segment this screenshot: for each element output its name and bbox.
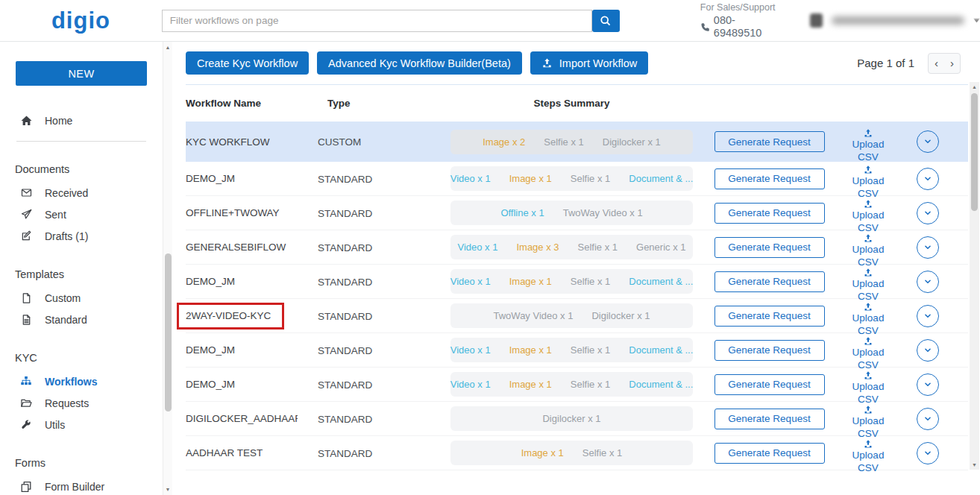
sidebar-section-forms: Forms — [15, 457, 163, 469]
main-scrollbar[interactable]: ▲ ▼ — [970, 82, 979, 470]
sidebar-item-label: Custom — [45, 292, 81, 304]
table-row[interactable]: 2WAY-VIDEO-KYC STANDARD TwoWay Video x 1… — [186, 299, 968, 333]
row-expand-button[interactable] — [917, 408, 939, 430]
table-row[interactable]: KYC WORKFLOW CUSTOM Image x 2Selfie x 1D… — [186, 122, 968, 162]
prev-page-button[interactable]: ‹ — [929, 54, 944, 73]
scroll-down-icon[interactable]: ▼ — [970, 462, 979, 467]
row-expand-button[interactable] — [917, 168, 939, 190]
sidebar-item-label: Utils — [45, 419, 65, 431]
generate-request-button[interactable]: Generate Request — [714, 374, 825, 395]
upload-icon — [541, 57, 553, 69]
table-row[interactable]: DEMO_JM STANDARD Video x 1Image x 1Selfi… — [186, 162, 968, 196]
chevron-down-icon — [923, 345, 933, 356]
sidebar-item-label: Form Builder — [45, 481, 104, 493]
sidebar-item-custom[interactable]: Custom — [0, 287, 163, 309]
chevron-down-icon — [923, 379, 933, 390]
table-row[interactable]: AADHAAR TEST STANDARD Image x 1Selfie x … — [186, 436, 968, 470]
chevron-down-icon — [923, 448, 933, 458]
sidebar-item-drafts-1-[interactable]: Drafts (1) — [0, 225, 163, 247]
sidebar-item-label: Workflows — [45, 376, 98, 388]
sidebar-item-utils[interactable]: Utils — [0, 414, 163, 435]
search-group — [162, 10, 620, 32]
table-row[interactable]: DEMO_JM STANDARD Video x 1Image x 1Selfi… — [186, 265, 968, 299]
next-page-button[interactable]: › — [944, 54, 960, 73]
file-text-icon — [19, 314, 33, 326]
sidebar-scroll-thumb[interactable] — [165, 253, 172, 412]
sidebar-item-sent[interactable]: Sent — [0, 204, 163, 225]
row-expand-button[interactable] — [917, 339, 939, 362]
sidebar-scrollbar[interactable]: ▲ ▼ — [163, 42, 172, 495]
table-row[interactable]: DEMO_JM STANDARD Video x 1Image x 1Selfi… — [186, 333, 968, 368]
new-button[interactable]: NEW — [16, 61, 147, 86]
search-button[interactable] — [592, 10, 620, 32]
main-scroll-thumb[interactable] — [971, 93, 978, 211]
sidebar-item-workflows[interactable]: Workflows — [0, 371, 163, 392]
workflow-name: KYC WORKFLOW — [186, 136, 298, 148]
table-row[interactable]: GENERALSEBIFLOW STANDARD Video x 1Image … — [186, 230, 968, 265]
sidebar-item-received[interactable]: Received — [0, 182, 163, 204]
digio-logo[interactable]: digio — [51, 7, 110, 34]
step-chip: Video x 1 — [450, 379, 491, 390]
create-kyc-workflow-button[interactable]: Create Kyc Workflow — [186, 51, 309, 75]
workflow-type: STANDARD — [318, 174, 372, 185]
pager: ‹ › — [928, 53, 961, 74]
generate-request-button[interactable]: Generate Request — [714, 203, 825, 224]
step-chip: TwoWay Video x 1 — [563, 207, 643, 218]
upload-csv-link[interactable]: Upload CSV — [852, 437, 885, 476]
row-expand-button[interactable] — [917, 130, 939, 153]
table-row[interactable]: OFFLINE+TWOWAY STANDARD Offline x 1TwoWa… — [186, 196, 968, 230]
search-icon — [600, 15, 612, 27]
generate-request-button[interactable]: Generate Request — [714, 237, 825, 258]
advanced-kyc-workflow-builder-button[interactable]: Advanced Kyc Workflow Builder(Beta) — [317, 51, 522, 75]
file-icon — [19, 292, 33, 304]
row-expand-button[interactable] — [917, 305, 939, 327]
scroll-up-icon[interactable]: ▲ — [970, 84, 979, 89]
chevron-down-icon — [923, 174, 933, 184]
chevron-down-icon — [923, 208, 933, 218]
steps-summary: Video x 1Image x 1Selfie x 1Document & .… — [450, 166, 693, 191]
generate-request-button[interactable]: Generate Request — [714, 306, 825, 327]
row-expand-button[interactable] — [917, 271, 939, 293]
generate-request-button[interactable]: Generate Request — [714, 168, 825, 189]
row-expand-button[interactable] — [917, 442, 939, 464]
support-block: For Sales/Support 080-69489510 — [700, 1, 779, 40]
table-row[interactable]: DIGILOCKER_AADHAAR STANDARD Digilocker x… — [186, 402, 968, 436]
row-expand-button[interactable] — [917, 373, 939, 396]
row-expand-button[interactable] — [917, 236, 939, 259]
chevron-down-icon — [923, 242, 933, 253]
upload-icon — [863, 199, 873, 209]
copy-icon — [19, 481, 33, 493]
support-phone: 080-69489510 — [714, 14, 779, 40]
generate-request-button[interactable]: Generate Request — [714, 443, 825, 464]
scroll-down-icon[interactable]: ▼ — [163, 487, 172, 492]
workflow-type: CUSTOM — [318, 136, 361, 148]
sidebar-item-requests[interactable]: Requests — [0, 392, 163, 414]
generate-request-button[interactable]: Generate Request — [714, 409, 825, 429]
scroll-up-icon[interactable]: ▲ — [163, 45, 172, 50]
workflow-type: STANDARD — [318, 242, 372, 253]
upload-csv-link[interactable]: Upload CSV — [852, 126, 885, 165]
user-menu[interactable] — [810, 13, 980, 28]
upload-icon — [863, 302, 873, 312]
step-chip: Image x 1 — [509, 379, 552, 390]
steps-summary: Image x 1Selfie x 1 — [450, 441, 693, 465]
sidebar-item-label: Standard — [45, 314, 87, 326]
sidebar-item-standard[interactable]: Standard — [0, 309, 163, 330]
sidebar-item-home[interactable]: Home — [0, 110, 163, 131]
table-row[interactable]: DEMO_JM STANDARD Video x 1Image x 1Selfi… — [186, 368, 968, 402]
sidebar-item-form-builder[interactable]: Form Builder — [0, 476, 163, 495]
step-chip: Digilocker x 1 — [603, 136, 661, 148]
home-icon — [19, 115, 33, 127]
app-header: digio For Sales/Support 080-69489510 — [0, 0, 980, 42]
row-expand-button[interactable] — [917, 202, 939, 224]
step-chip: Selfie x 1 — [571, 379, 610, 390]
steps-summary: Image x 2Selfie x 1Digilocker x 1 — [450, 130, 693, 154]
upload-icon — [863, 439, 873, 449]
sidebar-item-label: Requests — [45, 397, 89, 409]
import-workflow-button[interactable]: Import Workflow — [530, 51, 648, 75]
generate-request-button[interactable]: Generate Request — [714, 271, 825, 292]
search-input[interactable] — [162, 10, 592, 32]
upload-icon — [863, 233, 873, 243]
generate-request-button[interactable]: Generate Request — [714, 131, 825, 152]
generate-request-button[interactable]: Generate Request — [714, 340, 825, 361]
